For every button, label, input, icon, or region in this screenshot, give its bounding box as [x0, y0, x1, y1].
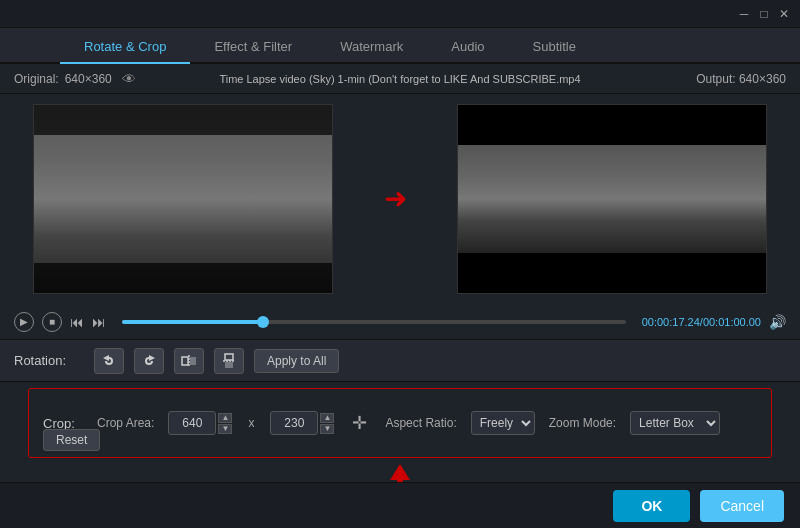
progress-thumb[interactable] [257, 316, 269, 328]
tab-watermark[interactable]: Watermark [316, 31, 427, 64]
tab-effect-filter[interactable]: Effect & Filter [190, 31, 316, 64]
svg-rect-1 [190, 357, 196, 365]
preview-area: ➜ [0, 94, 800, 304]
rotate-cw-button[interactable] [134, 348, 164, 374]
tabs-bar: Rotate & Crop Effect & Filter Watermark … [0, 28, 800, 64]
eye-icon[interactable]: 👁 [122, 71, 136, 87]
crop-height-down[interactable]: ▼ [320, 424, 334, 434]
crop-overlay-top [34, 105, 332, 135]
apply-to-all-button[interactable]: Apply to All [254, 349, 339, 373]
flip-vertical-button[interactable] [214, 348, 244, 374]
left-preview [33, 104, 333, 294]
right-black-top [458, 105, 766, 145]
crop-height-up[interactable]: ▲ [320, 413, 334, 423]
flip-h-icon [181, 353, 197, 369]
rotation-bar: Rotation: Apply to All [0, 340, 800, 382]
crop-area-label: Crop Area: [97, 416, 154, 430]
minimize-button[interactable]: ─ [736, 6, 752, 22]
right-video-content [458, 145, 766, 253]
aspect-ratio-label: Aspect Ratio: [385, 416, 456, 430]
reset-area: Reset [43, 430, 100, 451]
svg-rect-3 [225, 354, 233, 360]
output-size: 640×360 [739, 72, 786, 86]
time-display: 00:00:17.24/00:01:00.00 [642, 316, 761, 328]
bottom-bar: OK Cancel [0, 482, 800, 528]
total-time: 00:01:00.00 [703, 316, 761, 328]
rotate-ccw-button[interactable] [94, 348, 124, 374]
flip-v-icon [221, 353, 237, 369]
tab-subtitle[interactable]: Subtitle [509, 31, 600, 64]
filename: Time Lapse video (Sky) 1-min (Don't forg… [144, 73, 656, 85]
right-preview [457, 104, 767, 294]
stop-button[interactable]: ■ [42, 312, 62, 332]
output-label: Output: [696, 72, 735, 86]
zoom-mode-select[interactable]: Letter Box Pan & Scan Full [630, 411, 720, 435]
crop-section: Crop: Crop Area: ▲ ▼ x ▲ ▼ ✛ Aspect Rati… [0, 382, 800, 460]
crop-bar: Crop: Crop Area: ▲ ▼ x ▲ ▼ ✛ Aspect Rati… [28, 388, 772, 458]
title-bar: ─ □ ✕ [0, 0, 800, 28]
reset-button[interactable]: Reset [43, 429, 100, 451]
crop-width-up[interactable]: ▲ [218, 413, 232, 423]
progress-fill [122, 320, 263, 324]
rotate-ccw-icon [101, 353, 117, 369]
output-size-info: Output: 640×360 [656, 72, 786, 86]
original-label: Original: [14, 72, 59, 86]
crop-overlay-bottom [34, 263, 332, 293]
svg-rect-0 [182, 357, 188, 365]
svg-marker-6 [390, 464, 410, 480]
rotate-cw-icon [141, 353, 157, 369]
aspect-ratio-select[interactable]: Freely 16:9 4:3 [471, 411, 535, 435]
crop-width-down[interactable]: ▼ [218, 424, 232, 434]
info-bar: Original: 640×360 👁 Time Lapse video (Sk… [0, 64, 800, 94]
crop-height-spinners[interactable]: ▲ ▼ [320, 413, 334, 434]
x-separator: x [248, 416, 254, 430]
cancel-button[interactable]: Cancel [700, 490, 784, 522]
crop-width-field[interactable] [168, 411, 216, 435]
tab-audio[interactable]: Audio [427, 31, 508, 64]
next-frame-button[interactable]: ⏭ [92, 314, 106, 330]
crop-width-spinners[interactable]: ▲ ▼ [218, 413, 232, 434]
original-size: 640×360 [65, 72, 112, 86]
original-size-info: Original: 640×360 👁 [14, 71, 144, 87]
crop-height-field[interactable] [270, 411, 318, 435]
arrow-container: ➜ [375, 185, 415, 213]
crop-width-input[interactable]: ▲ ▼ [168, 411, 232, 435]
svg-rect-4 [225, 362, 233, 368]
right-arrow-icon: ➜ [384, 185, 407, 213]
playback-bar: ▶ ■ ⏮ ⏭ 00:00:17.24/00:01:00.00 🔊 [0, 304, 800, 340]
prev-frame-button[interactable]: ⏮ [70, 314, 84, 330]
crop-height-input[interactable]: ▲ ▼ [270, 411, 334, 435]
ok-button[interactable]: OK [613, 490, 690, 522]
tab-rotate-crop[interactable]: Rotate & Crop [60, 31, 190, 64]
right-black-bottom [458, 253, 766, 293]
close-button[interactable]: ✕ [776, 6, 792, 22]
volume-icon[interactable]: 🔊 [769, 314, 786, 330]
rotation-label: Rotation: [14, 353, 84, 368]
maximize-button[interactable]: □ [756, 6, 772, 22]
zoom-mode-label: Zoom Mode: [549, 416, 616, 430]
progress-bar[interactable] [122, 320, 626, 324]
play-button[interactable]: ▶ [14, 312, 34, 332]
move-icon: ✛ [352, 412, 367, 434]
current-time: 00:00:17.24 [642, 316, 700, 328]
flip-horizontal-button[interactable] [174, 348, 204, 374]
